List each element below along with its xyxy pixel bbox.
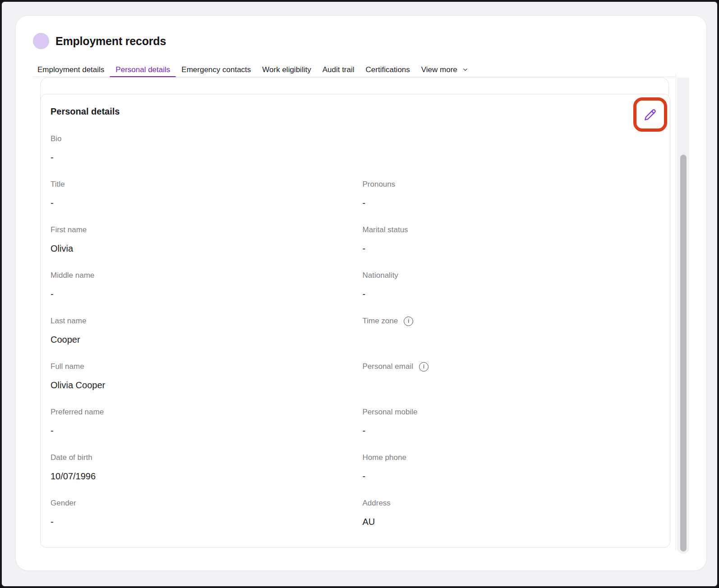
- field-value: -: [363, 243, 660, 254]
- avatar: [33, 33, 49, 49]
- edit-button[interactable]: [640, 104, 661, 125]
- tab-certifications[interactable]: Certifications: [366, 62, 410, 77]
- info-icon[interactable]: i: [404, 317, 413, 326]
- field-label: Title: [51, 179, 65, 190]
- field-label: Personal email: [363, 361, 413, 372]
- tab-label: Employment details: [37, 65, 104, 74]
- field-label: Bio: [51, 133, 62, 144]
- field-label: Address: [363, 498, 391, 509]
- field-label: Date of birth: [51, 452, 92, 463]
- tab-audit-trail[interactable]: Audit trail: [323, 62, 355, 77]
- field-home-phone: Home phone -: [355, 452, 660, 482]
- field-last-name: Last name Cooper: [51, 316, 355, 345]
- field-first-name: First name Olivia: [51, 225, 355, 254]
- field-label: Preferred name: [51, 407, 104, 418]
- field-label: Personal mobile: [363, 407, 418, 418]
- scrollbar-track[interactable]: [677, 78, 689, 554]
- field-label: Pronouns: [363, 179, 396, 190]
- screenshot-frame: Employment records Employment details Pe…: [0, 0, 719, 588]
- field-pronouns: Pronouns -: [355, 179, 660, 209]
- field-value: -: [363, 470, 660, 482]
- tab-label: Personal details: [115, 65, 170, 74]
- tab-label: Work eligibility: [262, 65, 311, 74]
- edit-highlight-annotation: [633, 97, 667, 132]
- field-value: -: [363, 288, 660, 300]
- field-gender: Gender -: [51, 498, 355, 528]
- field-date-of-birth: Date of birth 10/07/1996: [51, 452, 355, 482]
- field-value: -: [51, 288, 355, 300]
- tab-work-eligibility[interactable]: Work eligibility: [262, 62, 311, 77]
- field-title: Title -: [51, 179, 355, 209]
- tab-emergency-contacts[interactable]: Emergency contacts: [181, 62, 251, 77]
- app-container: Employment records Employment details Pe…: [15, 15, 707, 571]
- field-value: -: [51, 152, 660, 163]
- pencil-icon: [644, 109, 656, 121]
- info-icon[interactable]: i: [419, 362, 429, 372]
- field-marital-status: Marital status -: [355, 225, 660, 254]
- field-value: -: [51, 197, 355, 209]
- tab-label: View more: [421, 65, 457, 74]
- field-value: Olivia Cooper: [51, 379, 355, 391]
- field-label: First name: [51, 225, 87, 235]
- field-value: -: [363, 197, 660, 209]
- content-divider: [676, 74, 676, 550]
- field-value: [363, 379, 660, 391]
- field-address: Address AU: [355, 498, 660, 528]
- field-value: AU: [363, 516, 660, 528]
- field-label: Marital status: [363, 225, 408, 235]
- field-personal-email: Personal email i: [355, 361, 660, 391]
- card-title: Personal details: [41, 94, 670, 118]
- field-value: -: [51, 425, 355, 436]
- field-label: Full name: [51, 361, 84, 372]
- field-personal-mobile: Personal mobile -: [355, 407, 660, 436]
- field-full-name: Full name Olivia Cooper: [51, 361, 355, 391]
- field-value: -: [51, 516, 355, 528]
- field-label: Home phone: [363, 452, 406, 463]
- page-title: Employment records: [55, 33, 166, 49]
- chevron-down-icon: [462, 66, 469, 73]
- tab-bar: Employment details Personal details Emer…: [33, 62, 676, 77]
- field-nationality: Nationality -: [355, 270, 660, 300]
- field-preferred-name: Preferred name -: [51, 407, 355, 436]
- field-label: Gender: [51, 498, 76, 509]
- tab-label: Audit trail: [323, 65, 355, 74]
- field-label: Nationality: [363, 270, 398, 281]
- tab-label: Emergency contacts: [181, 65, 251, 74]
- field-label: Time zone: [363, 316, 398, 326]
- personal-details-card: Personal details Bio - Title - Pronouns: [40, 94, 670, 548]
- field-value: [363, 334, 660, 345]
- field-label: Last name: [51, 316, 86, 326]
- tab-view-more[interactable]: View more: [421, 62, 469, 77]
- field-value: Olivia: [51, 243, 355, 254]
- field-value: -: [363, 425, 660, 436]
- field-bio: Bio -: [51, 133, 660, 163]
- field-label: Middle name: [51, 270, 94, 281]
- scrollbar-thumb[interactable]: [680, 155, 687, 551]
- field-time-zone: Time zone i: [355, 316, 660, 345]
- tab-employment-details[interactable]: Employment details: [37, 62, 104, 77]
- field-middle-name: Middle name -: [51, 270, 355, 300]
- field-value: 10/07/1996: [51, 470, 355, 482]
- tab-personal-details[interactable]: Personal details: [115, 62, 170, 77]
- tab-label: Certifications: [366, 65, 410, 74]
- field-value: Cooper: [51, 334, 355, 345]
